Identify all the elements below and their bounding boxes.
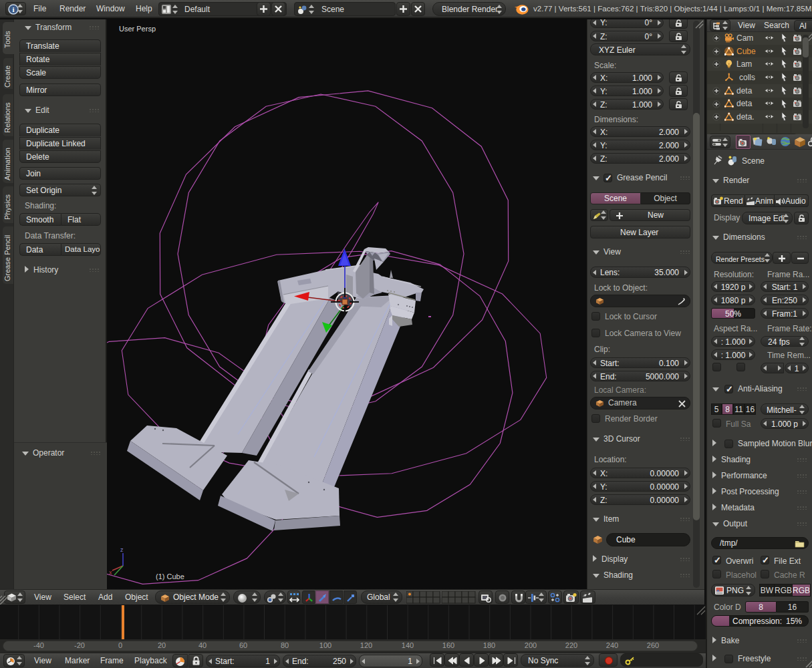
svg-text:z: z	[120, 546, 124, 553]
svg-text:x: x	[109, 569, 112, 576]
svg-text:i: i	[12, 5, 14, 13]
